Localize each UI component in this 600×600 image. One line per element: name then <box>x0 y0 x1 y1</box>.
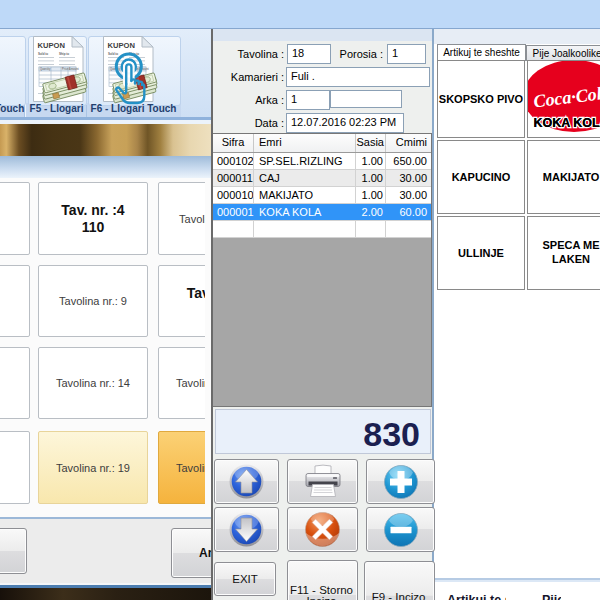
svg-text:Ship to: Ship to <box>59 52 69 56</box>
svg-text:Amount: Amount <box>69 67 79 71</box>
svg-text:Sold to: Sold to <box>38 52 48 56</box>
svg-text:KUPON: KUPON <box>38 41 65 50</box>
svg-text:KOKA KOLA: KOKA KOLA <box>533 116 600 130</box>
svg-text:Quantity: Quantity <box>40 67 51 71</box>
